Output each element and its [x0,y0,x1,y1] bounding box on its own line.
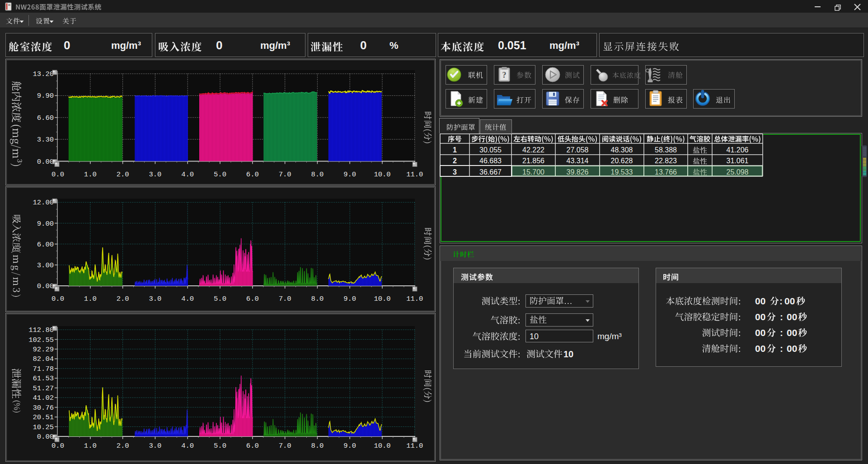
svg-text::: : [780,312,783,322]
svg-text:9.90: 9.90 [37,92,54,100]
svg-text:11.0: 11.0 [406,442,423,450]
svg-text:7.0: 7.0 [279,442,291,450]
svg-text:2: 2 [453,157,457,165]
svg-text:00: 00 [755,327,765,338]
svg-text:15.700: 15.700 [522,168,544,176]
svg-text:20.628: 20.628 [611,157,633,165]
svg-text:4.0: 4.0 [181,170,194,179]
svg-text:6.0: 6.0 [246,442,259,450]
svg-text:25.098: 25.098 [727,168,749,176]
svg-text:21.856: 21.856 [522,157,544,165]
svg-text:3.0: 3.0 [149,170,161,179]
svg-text:46.683: 46.683 [479,157,502,165]
svg-text:1.0: 1.0 [84,442,97,450]
svg-text:0.0: 0.0 [52,295,64,303]
svg-text:10.0: 10.0 [374,442,390,450]
svg-text:6.00: 6.00 [37,241,54,249]
svg-text:mg/m³: mg/m³ [597,331,622,341]
svg-text:0.051: 0.051 [498,39,526,52]
svg-text:30.76: 30.76 [33,404,54,412]
svg-text:7.0: 7.0 [279,170,291,179]
svg-text:1.0: 1.0 [84,170,97,179]
svg-text:00: 00 [755,312,765,322]
svg-text:8.0: 8.0 [311,442,324,450]
svg-text:61.53: 61.53 [33,374,54,383]
svg-text:5.0: 5.0 [214,170,226,179]
svg-text:3.00: 3.00 [37,261,54,270]
svg-text:22.823: 22.823 [655,157,677,165]
svg-text::: : [779,296,783,306]
svg-text:0.00: 0.00 [37,433,54,441]
svg-text:6.0: 6.0 [246,170,259,179]
svg-text::: : [780,327,783,338]
svg-text:00: 00 [784,296,795,306]
svg-text:10: 10 [530,332,539,341]
svg-text:8.0: 8.0 [311,295,324,303]
svg-text:2.0: 2.0 [117,295,129,303]
svg-text:1.0: 1.0 [84,295,97,303]
svg-text:31.061: 31.061 [727,157,749,165]
svg-text::: : [780,343,783,354]
svg-text:10.25: 10.25 [33,423,54,431]
svg-text:43.314: 43.314 [567,157,589,165]
svg-text:9.0: 9.0 [343,295,356,303]
svg-text:6.60: 6.60 [37,114,54,122]
svg-text:10.0: 10.0 [374,170,390,179]
svg-text:1: 1 [453,146,457,154]
svg-text:4.0: 4.0 [181,295,194,303]
svg-text:10.0: 10.0 [374,295,390,303]
svg-text:6.0: 6.0 [246,295,259,303]
svg-text:0: 0 [360,38,366,52]
svg-text:00: 00 [755,296,765,306]
svg-text:27.058: 27.058 [567,146,589,154]
svg-text:4.0: 4.0 [181,442,194,450]
svg-text:9.0: 9.0 [343,170,356,179]
svg-text:39.826: 39.826 [567,168,589,176]
svg-text:3: 3 [453,168,457,176]
svg-text:11.0: 11.0 [406,295,423,303]
svg-text:12.00: 12.00 [33,199,54,207]
svg-text:mg/m³: mg/m³ [111,40,141,51]
svg-text:82.04: 82.04 [33,355,54,363]
svg-text:112.80: 112.80 [28,326,54,334]
svg-text:13.20: 13.20 [33,70,54,78]
svg-text:0.0: 0.0 [52,442,64,450]
svg-text:41.02: 41.02 [33,394,54,402]
svg-text:19.533: 19.533 [611,168,633,176]
svg-text:3.0: 3.0 [149,295,161,303]
svg-text:mg/m³: mg/m³ [549,40,579,51]
svg-text:92.29: 92.29 [33,346,54,354]
svg-text:42.222: 42.222 [522,146,544,154]
svg-text:00: 00 [787,343,797,354]
svg-text:00: 00 [755,343,765,354]
svg-text:00: 00 [787,312,797,322]
svg-text:30.055: 30.055 [479,146,502,154]
svg-text:mg/m³: mg/m³ [260,40,290,51]
svg-text:36.667: 36.667 [479,168,502,176]
svg-text:00: 00 [787,327,797,338]
svg-text:10: 10 [563,349,573,359]
svg-text:2.0: 2.0 [117,170,129,179]
svg-text:11.0: 11.0 [406,170,423,179]
svg-text:51.27: 51.27 [33,384,54,393]
svg-text:8.0: 8.0 [311,170,324,179]
svg-text:41.206: 41.206 [727,146,749,154]
svg-text:7.0: 7.0 [279,295,291,303]
svg-text:0.00: 0.00 [37,158,54,166]
svg-text:3.0: 3.0 [149,442,161,450]
svg-text:48.308: 48.308 [611,146,633,154]
svg-text:9.0: 9.0 [343,442,356,450]
svg-text:0.00: 0.00 [37,282,54,290]
svg-text:%: % [389,40,399,51]
svg-text:102.55: 102.55 [28,336,54,344]
svg-text:0: 0 [216,38,222,52]
svg-text:2.0: 2.0 [117,442,129,450]
svg-text:?: ? [502,71,507,80]
svg-text:58.388: 58.388 [655,146,677,154]
svg-text:13.766: 13.766 [655,168,677,176]
svg-text:5.0: 5.0 [214,442,226,450]
svg-text:5.0: 5.0 [214,295,226,303]
svg-text:71.78: 71.78 [33,365,54,373]
svg-text:9.00: 9.00 [37,220,54,228]
svg-text:0: 0 [64,38,70,52]
